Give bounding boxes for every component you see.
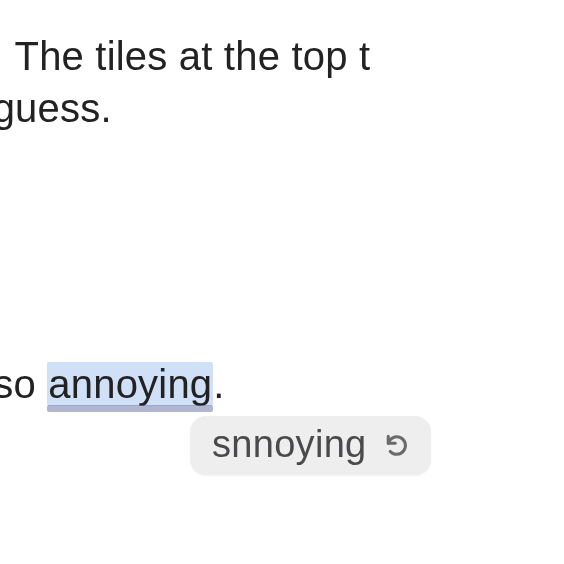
body-text-line[interactable]: yet still so annoying. bbox=[0, 358, 225, 410]
autocorrect-original-word[interactable]: snnoying bbox=[212, 423, 367, 466]
body-text-fragment[interactable]: . bbox=[213, 362, 224, 406]
body-text-line[interactable]: bad guess. bbox=[0, 82, 112, 134]
body-text-line[interactable]: nark. The tiles at the top t bbox=[0, 30, 370, 82]
autocorrected-word[interactable]: annoying bbox=[47, 362, 213, 406]
body-text-fragment[interactable]: yet still so bbox=[0, 362, 47, 406]
autocorrect-revert-bubble[interactable]: snnoying bbox=[190, 416, 431, 475]
autocorrected-word-highlight[interactable]: annoying bbox=[47, 358, 213, 410]
text-editor-viewport: nark. The tiles at the top t bad guess. … bbox=[0, 0, 564, 564]
undo-icon[interactable] bbox=[381, 429, 413, 461]
